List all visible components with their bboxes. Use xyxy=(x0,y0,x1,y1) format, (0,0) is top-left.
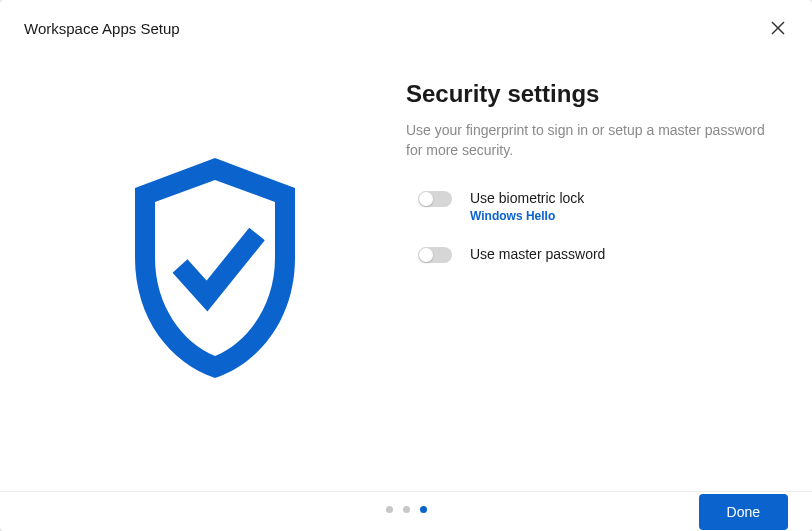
master-password-text: Use master password xyxy=(470,245,605,263)
option-biometric: Use biometric lock Windows Hello xyxy=(406,189,768,223)
page-dot-3[interactable] xyxy=(420,506,427,513)
settings-pane: Security settings Use your fingerprint t… xyxy=(406,48,788,491)
shield-check-icon xyxy=(115,148,315,392)
pagination-dots xyxy=(386,506,427,513)
biometric-toggle[interactable] xyxy=(418,191,452,207)
dialog-content: Security settings Use your fingerprint t… xyxy=(0,48,812,491)
option-master-password: Use master password xyxy=(406,245,768,263)
page-description: Use your fingerprint to sign in or setup… xyxy=(406,120,768,161)
illustration-pane xyxy=(24,48,406,491)
header-title: Workspace Apps Setup xyxy=(24,20,180,37)
biometric-text: Use biometric lock Windows Hello xyxy=(470,189,584,223)
done-button[interactable]: Done xyxy=(699,494,788,530)
page-dot-2[interactable] xyxy=(403,506,410,513)
page-title: Security settings xyxy=(406,80,768,108)
close-icon xyxy=(771,21,785,35)
dialog-header: Workspace Apps Setup xyxy=(0,0,812,48)
master-password-label: Use master password xyxy=(470,245,605,263)
setup-dialog: Workspace Apps Setup Security settings U… xyxy=(0,0,812,531)
page-dot-1[interactable] xyxy=(386,506,393,513)
dialog-footer: Done xyxy=(0,491,812,531)
biometric-sublabel: Windows Hello xyxy=(470,209,584,223)
close-button[interactable] xyxy=(768,18,788,38)
biometric-label: Use biometric lock xyxy=(470,189,584,207)
master-password-toggle[interactable] xyxy=(418,247,452,263)
